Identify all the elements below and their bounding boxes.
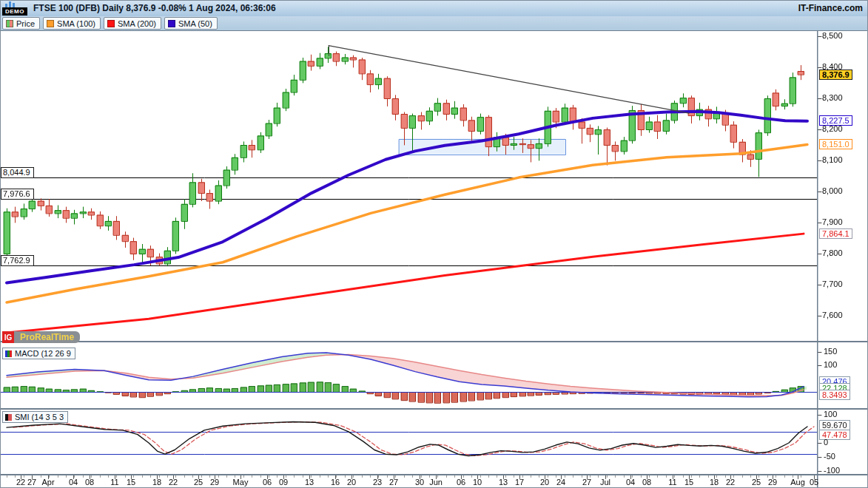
smi-axis-tick: -100 [824,466,840,475]
time-axis-tick: 06 [263,478,272,487]
sma50-icon [168,20,175,27]
title-bar: DEMO FTSE 100 (DFB) Daily 8,376.9 -0.08%… [1,1,867,17]
price-axis-tick: 8,200 [822,124,843,133]
chart-canvas[interactable] [1,1,868,488]
time-axis-tick: 08 [642,478,651,487]
legend-sma50[interactable]: SMA (50) [164,17,218,30]
time-axis-tick: May [233,478,249,487]
legend-sma100[interactable]: SMA (100) [43,17,101,30]
time-axis-tick: 13 [305,478,314,487]
time-axis-tick: 27 [389,478,398,487]
smi-label-text: SMI (14 3 5 3 [15,413,64,421]
time-axis-tick: 29 [210,478,219,487]
time-axis-tick: 25 [194,478,203,487]
time-axis-tick: Apr [41,478,54,487]
legend-bar: Price SMA (100) SMA (200) SMA (50) [1,16,867,31]
macd-axis-tick: 100 [824,360,837,369]
time-axis-tick: 24 [556,478,565,487]
time-axis-tick: 25 [752,478,761,487]
legend-sma200[interactable]: SMA (200) [104,17,161,30]
legend-price-label: Price [16,19,35,28]
time-axis-tick: 10 [473,478,482,487]
legend-price[interactable]: Price [2,17,40,30]
time-axis-tick: 22 [726,478,735,487]
smi-label[interactable]: SMI (14 3 5 3 [2,411,68,423]
time-axis-tick: Jun [429,478,443,487]
time-axis-tick: Jul [600,478,610,487]
level-label-7762: 7,762.9 [1,255,34,266]
price-axis-tick: 8,000 [822,186,843,195]
time-axis-tick: Aug [790,478,805,487]
level-label-7976: 7,976.6 [1,189,34,200]
prorealtime-name: ProRealTime [14,331,80,343]
legend-sma200-label: SMA (200) [118,19,156,28]
time-axis-tick: 23 [373,478,382,487]
time-axis-tick: 05 [810,478,818,487]
legend-sma50-label: SMA (50) [178,19,212,28]
level-label-8044: 8,044.9 [1,167,34,178]
price-axis-tick: 7,600 [822,311,843,319]
time-axis-tick: 20 [540,478,549,487]
time-axis-tick: 06 [457,478,465,487]
smi-value-box: 59.670 [819,420,850,430]
time-axis-tick: 15 [127,478,135,487]
time-axis-tick: 20 [347,478,356,487]
time-axis-tick: 09 [279,478,288,487]
time-axis-tick: 13 [499,478,508,487]
time-axis-tick: 16 [331,478,340,487]
time-axis-tick: 27 [582,478,591,487]
brand-link[interactable]: IT-Finance.com [798,3,863,13]
sma100-value-box: 8,151.0 [819,139,852,149]
time-axis-tick: 08 [85,478,94,487]
demo-badge-wrap: DEMO [2,1,27,16]
macd-label[interactable]: MACD (12 26 9 [2,348,75,359]
prorealtime-logo[interactable]: IG ProRealTime [2,331,80,343]
price-icon [6,20,13,27]
last-price-box: 8,376.9 [819,70,852,80]
time-axis-tick: 04 [69,478,78,487]
ig-logo: IG [2,331,14,343]
price-axis-tick: 8,300 [822,93,843,102]
legend-sma100-label: SMA (100) [57,19,95,28]
time-axis-tick: 22 [169,478,178,487]
smi-icon [5,414,12,421]
price-axis-tick: 7,900 [822,217,843,226]
sma200-icon [107,20,115,27]
mini-candles-icon [5,1,27,7]
price-axis-tick: 8,100 [822,155,843,164]
instrument-title: FTSE 100 (DFB) Daily 8,376.9 -0.08% 1 Au… [33,3,276,13]
sma100-icon [47,20,54,27]
time-axis-tick: 04 [626,478,635,487]
time-axis-tick: 15 [684,478,693,487]
price-axis-tick: 8,400 [822,62,843,71]
price-axis-tick: 7,700 [822,279,843,288]
time-axis-tick: 11 [668,478,676,487]
time-axis-tick: 11 [110,478,118,487]
price-axis-tick: 7,800 [822,248,843,257]
demo-badge: DEMO [2,7,27,16]
time-axis-tick: 18 [710,478,719,487]
smi-axis-tick: 0 [824,438,828,447]
time-axis-tick: 18 [152,478,161,487]
macd-axis-tick: 150 [824,347,837,356]
macd-label-text: MACD (12 26 9 [15,349,71,358]
macd-signal-value-box: 8.3493 [819,390,850,400]
smi-axis-tick: -50 [824,452,835,461]
chart-window: DEMO FTSE 100 (DFB) Daily 8,376.9 -0.08%… [0,0,868,488]
price-axis-tick: 8,500 [822,31,843,40]
macd-icon [5,350,12,357]
time-axis-tick: 27 [27,478,36,487]
time-axis-tick: 30 [415,478,424,487]
time-axis-tick: 29 [768,478,777,487]
sma200-value-box: 7,864.1 [819,228,852,239]
time-axis-tick: 22 [16,478,25,487]
time-axis-tick: 17 [515,478,524,487]
smi-axis-tick: 100 [824,410,837,418]
